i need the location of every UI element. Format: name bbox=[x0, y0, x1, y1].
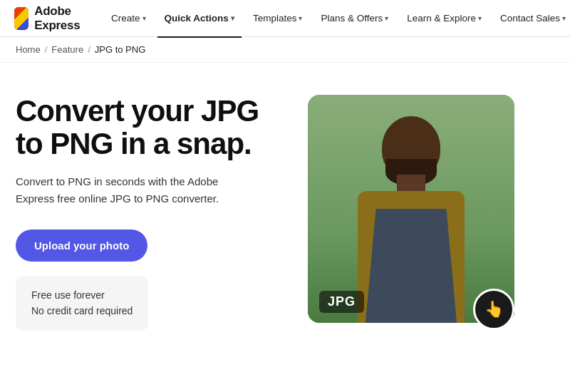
hero-right: JPG 👆 bbox=[308, 95, 522, 323]
hero-left: Convert your JPG to PNG in a snap. Conve… bbox=[16, 95, 279, 331]
breadcrumb-feature[interactable]: Feature bbox=[51, 44, 83, 55]
nav-learn[interactable]: Learn & Explore ▾ bbox=[400, 10, 489, 26]
breadcrumb-home[interactable]: Home bbox=[16, 44, 41, 55]
nav-create[interactable]: Create ▾ bbox=[104, 10, 153, 26]
chevron-down-icon: ▾ bbox=[562, 14, 566, 22]
breadcrumb: Home / Feature / JPG to PNG bbox=[0, 37, 570, 63]
breadcrumb-separator: / bbox=[88, 44, 90, 55]
person-apron bbox=[365, 209, 457, 323]
adobe-logo-icon bbox=[14, 7, 28, 30]
free-use-text: Free use forever No credit card required bbox=[31, 287, 133, 319]
main-content: Convert your JPG to PNG in a snap. Conve… bbox=[0, 63, 570, 345]
chevron-down-icon: ▾ bbox=[299, 14, 302, 22]
hero-headline: Convert your JPG to PNG in a snap. bbox=[16, 95, 279, 160]
sample-photo: JPG bbox=[308, 95, 514, 323]
logo[interactable]: Adobe Express bbox=[14, 4, 88, 33]
brand-name: Adobe Express bbox=[34, 4, 88, 33]
chevron-down-icon: ▾ bbox=[142, 14, 146, 22]
upload-photo-button[interactable]: Upload your photo bbox=[16, 229, 147, 262]
chevron-down-icon: ▾ bbox=[231, 14, 234, 22]
nav-quick-actions[interactable]: Quick Actions ▾ bbox=[157, 10, 242, 26]
nav-contact[interactable]: Contact Sales ▾ bbox=[493, 10, 570, 26]
hero-subtext: Convert to PNG in seconds with the Adobe… bbox=[16, 173, 244, 207]
breadcrumb-separator: / bbox=[45, 44, 48, 55]
format-label: JPG bbox=[319, 291, 364, 313]
convert-button[interactable]: 👆 bbox=[473, 289, 514, 330]
chevron-down-icon: ▾ bbox=[478, 14, 482, 22]
breadcrumb-current: JPG to PNG bbox=[95, 44, 146, 55]
nav-templates[interactable]: Templates ▾ bbox=[246, 10, 310, 26]
main-nav: Adobe Express Create ▾ Quick Actions ▾ T… bbox=[0, 0, 570, 37]
free-use-box: Free use forever No credit card required bbox=[16, 276, 148, 331]
nav-plans[interactable]: Plans & Offers ▾ bbox=[314, 10, 395, 26]
chevron-down-icon: ▾ bbox=[385, 14, 388, 22]
